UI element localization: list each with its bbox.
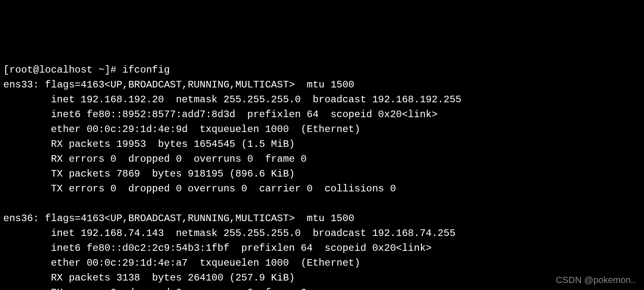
iface-flags-1: flags=4163<UP,BROADCAST,RUNNING,MULTICAS…: [45, 213, 354, 224]
iface-ether-1: ether 00:0c:29:1d:4e:a7 txqueuelen 1000 …: [51, 257, 360, 269]
iface-flags-0: flags=4163<UP,BROADCAST,RUNNING,MULTICAS…: [45, 79, 354, 90]
iface-inet6-0: inet6 fe80::8952:8577:add7:8d3d prefixle…: [51, 109, 437, 120]
iface-inet6-1: inet6 fe80::d0c2:2c9:54b3:1fbf prefixlen…: [51, 243, 432, 254]
shell-prompt: [root@localhost ~]#: [3, 64, 122, 75]
iface-name-1: ens36: [3, 213, 33, 224]
iface-tx-packets-0: TX packets 7869 bytes 918195 (896.6 KiB): [51, 168, 295, 179]
iface-ether-0: ether 00:0c:29:1d:4e:9d txqueuelen 1000 …: [51, 124, 360, 135]
iface-rx-packets-1: RX packets 3138 bytes 264100 (257.9 KiB): [51, 272, 295, 283]
watermark-text: CSDN @pokemon..: [556, 273, 636, 287]
iface-inet-1: inet 192.168.74.143 netmask 255.255.255.…: [51, 228, 455, 239]
iface-rx-packets-0: RX packets 19953 bytes 1654545 (1.5 MiB): [51, 139, 295, 150]
iface-inet-0: inet 192.168.192.20 netmask 255.255.255.…: [51, 94, 461, 105]
iface-rx-errors-0: RX errors 0 dropped 0 overruns 0 frame 0: [51, 153, 307, 165]
iface-tx-errors-0: TX errors 0 dropped 0 overruns 0 carrier…: [51, 183, 396, 194]
iface-rx-errors-1: RX errors 0 dropped 0 overruns 0 frame 0: [51, 287, 307, 290]
command-text: ifconfig: [122, 64, 170, 75]
terminal-output[interactable]: [root@localhost ~]# ifconfig ens33: flag…: [3, 63, 641, 290]
iface-name-0: ens33: [3, 79, 33, 90]
